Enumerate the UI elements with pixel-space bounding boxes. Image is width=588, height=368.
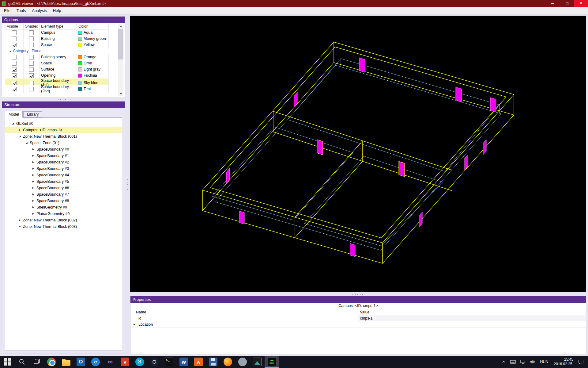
tree-item[interactable]: ▶ShellGeometry #0 <box>5 204 122 210</box>
visible-checkbox[interactable] <box>12 81 17 85</box>
options-row[interactable]: OpeningFuchsia <box>5 72 109 79</box>
scroll-up-icon[interactable] <box>118 24 123 29</box>
property-value[interactable]: cmps-1 <box>358 315 586 321</box>
taskbar-app-orange-app-icon[interactable]: A <box>191 356 206 368</box>
expand-icon[interactable]: ▶ <box>17 225 22 228</box>
start-button[interactable] <box>0 356 15 368</box>
tree-item[interactable]: ▶SpaceBoundary #8 <box>5 197 122 204</box>
collapse-icon[interactable]: ◢ <box>24 141 29 144</box>
taskbar-app-red-app-icon[interactable]: V <box>118 356 132 368</box>
tree-item[interactable]: ▶SpaceBoundary #1 <box>5 152 122 159</box>
tab-model[interactable]: Model <box>5 111 23 118</box>
options-row[interactable]: CampusAqua <box>5 29 109 36</box>
tree-item[interactable]: ▶Campus: <ID: cmps-1> <box>5 127 122 133</box>
expand-icon[interactable]: ▶ <box>31 180 36 183</box>
menu-item-tools[interactable]: Tools <box>13 7 29 14</box>
visible-checkbox[interactable] <box>12 30 17 35</box>
tree-item[interactable]: ◢Zone: New Thermal Block (001) <box>5 133 122 140</box>
volume-button[interactable] <box>528 356 537 368</box>
maximize-button[interactable] <box>560 0 574 7</box>
options-row[interactable]: Building storeyOrange <box>5 54 109 60</box>
tree-item[interactable]: ▶SpaceBoundary #3 <box>5 165 122 172</box>
shaded-checkbox[interactable] <box>29 55 34 59</box>
options-row[interactable]: Space boundary (2nd)Teal <box>5 85 109 91</box>
taskbar-app-word-app-icon[interactable]: W <box>176 356 191 368</box>
options-row[interactable]: SpaceLime <box>5 60 109 66</box>
tree-item[interactable]: ▶SpaceBoundary #7 <box>5 191 122 197</box>
shaded-checkbox[interactable] <box>29 36 34 41</box>
expand-icon[interactable]: ▶ <box>31 206 36 209</box>
network-button[interactable] <box>518 356 528 368</box>
vertical-splitter[interactable] <box>125 14 130 356</box>
collapse-icon[interactable]: ◢ <box>9 50 11 52</box>
options-row[interactable]: Space boundary (1st)Sky blue <box>5 79 109 85</box>
show-desktop-button[interactable] <box>586 356 588 368</box>
taskbar-app-dark-app-icon[interactable] <box>147 356 162 368</box>
visible-checkbox[interactable] <box>12 55 17 59</box>
close-button[interactable] <box>574 0 588 7</box>
taskbar-app-skype-icon[interactable]: S <box>132 356 147 368</box>
taskbar-app-folder-icon[interactable] <box>59 356 74 368</box>
expand-icon[interactable]: ▶ <box>17 219 22 221</box>
expand-icon[interactable]: ▶ <box>31 212 36 215</box>
menu-item-help[interactable]: Help <box>50 7 64 14</box>
taskbar-app-gray-app-icon[interactable] <box>235 356 250 368</box>
tree-item[interactable]: ▶SpaceBoundary #5 <box>5 178 122 185</box>
titlebar[interactable]: gbXML viewer - <I:\Publik\tesztmappa\tes… <box>0 0 588 7</box>
tree-item[interactable]: ▶SpaceBoundary #0 <box>5 146 122 152</box>
search-button[interactable] <box>15 356 29 368</box>
viewport-3d[interactable] <box>130 16 586 292</box>
language-indicator[interactable]: HUN <box>537 360 551 364</box>
minimize-button[interactable] <box>546 0 560 7</box>
horizontal-splitter[interactable] <box>2 99 125 101</box>
tray-overflow-button[interactable] <box>499 356 508 368</box>
visible-checkbox[interactable] <box>12 87 17 91</box>
visible-checkbox[interactable] <box>12 61 17 66</box>
taskbar-app-browser-icon[interactable]: e <box>88 356 103 368</box>
menu-item-analysis[interactable]: Analysis <box>29 7 50 14</box>
collapse-icon[interactable]: ◢ <box>11 122 15 125</box>
scroll-down-icon[interactable] <box>118 91 123 96</box>
expand-icon[interactable]: ▶ <box>130 321 138 327</box>
taskbar-app-terminal-icon[interactable]: >_ <box>162 356 176 368</box>
visible-checkbox[interactable] <box>12 43 17 47</box>
tree-item[interactable]: ▶SpaceBoundary #6 <box>5 185 122 191</box>
options-row[interactable]: BuildingMoney green <box>5 36 109 42</box>
tree-item[interactable]: ▶Zone: New Thermal Block (002) <box>5 217 122 223</box>
shaded-checkbox[interactable] <box>29 67 34 72</box>
clock[interactable]: 15:45 2016.02.25. <box>551 357 576 366</box>
taskbar-app-floppy-icon[interactable] <box>206 356 221 368</box>
tree-item[interactable]: ◢GbXml #0 <box>5 120 122 127</box>
taskbar-app-photos-icon[interactable] <box>250 356 265 368</box>
visible-checkbox[interactable] <box>12 73 17 78</box>
shaded-checkbox[interactable] <box>29 73 34 78</box>
tab-library[interactable]: Library <box>23 111 42 117</box>
visible-checkbox[interactable] <box>12 67 17 72</box>
collapse-panel-icon[interactable] <box>118 17 123 22</box>
shaded-checkbox[interactable] <box>29 43 34 47</box>
options-category-row[interactable]: ◢Category : Planar <box>5 48 109 54</box>
expand-icon[interactable]: ▶ <box>31 199 36 202</box>
scrollbar-thumb[interactable] <box>118 29 123 59</box>
expand-icon[interactable]: ▶ <box>17 128 22 131</box>
visible-checkbox[interactable] <box>12 36 17 41</box>
shaded-checkbox[interactable] <box>29 30 34 35</box>
taskbar-app-outlook-icon[interactable]: O <box>74 356 88 368</box>
taskbar-app-gbxml-icon[interactable]: GB XML <box>265 356 279 368</box>
property-value[interactable] <box>358 321 586 327</box>
expand-icon[interactable]: ▶ <box>31 161 36 163</box>
property-row[interactable]: idcmps-1 <box>130 315 586 321</box>
touch-keyboard-button[interactable] <box>508 356 518 368</box>
expand-icon[interactable]: ▶ <box>31 154 36 157</box>
shaded-checkbox[interactable] <box>29 61 34 66</box>
options-scrollbar[interactable] <box>118 24 123 96</box>
options-row[interactable]: SurfaceLight gray <box>5 66 109 72</box>
expand-icon[interactable]: ▶ <box>31 174 36 176</box>
tree-item[interactable]: ◢Space: Zone (01) <box>5 140 122 146</box>
horizontal-splitter[interactable] <box>130 293 586 295</box>
tree-item[interactable]: ▶Zone: New Thermal Block (003) <box>5 223 122 230</box>
taskbar-app-visual-studio-icon[interactable]: ∞ <box>103 356 118 368</box>
shaded-checkbox[interactable] <box>29 87 34 91</box>
expand-icon[interactable]: ▶ <box>31 148 36 151</box>
tree-item[interactable]: ▶PlanarGeometry #0 <box>5 210 122 217</box>
